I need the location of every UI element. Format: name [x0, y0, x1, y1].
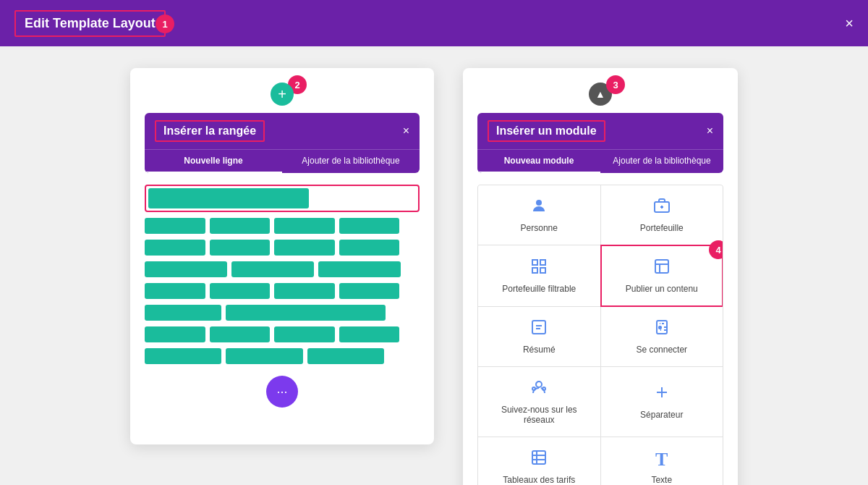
layout-block [145, 283, 205, 299]
svg-point-15 [542, 387, 545, 390]
publish-icon [653, 258, 671, 279]
layout-block [274, 283, 335, 299]
module-resume[interactable]: Résumé [478, 307, 600, 366]
module-grid-wrapper: Personne Portefeuille Portefeuille filtr… [477, 185, 723, 485]
badge-1: 1 [156, 14, 174, 33]
layout-block [145, 218, 205, 234]
layout-row-3[interactable] [145, 240, 420, 256]
insert-row-header: Insérer la rangée × [145, 113, 420, 149]
module-portefeuille-filtrable-label: Portefeuille filtrable [502, 284, 576, 294]
module-separateur[interactable]: Séparateur [601, 367, 723, 436]
more-options-button[interactable]: ··· [266, 376, 298, 408]
insert-row-title: Insérer la rangée [155, 120, 265, 142]
layout-block [145, 261, 227, 277]
module-personne[interactable]: Personne [478, 185, 600, 245]
layout-block [339, 218, 400, 234]
module-tableaux-tarifs-label: Tableaux des tarifs [503, 475, 575, 485]
tab-ajouter-bibliotheque-module[interactable]: Ajouter de la bibliothèque [600, 150, 723, 173]
layout-block [145, 348, 221, 364]
module-portefeuille[interactable]: Portefeuille [601, 185, 723, 245]
layout-row-4[interactable] [145, 261, 420, 277]
layout-block [210, 326, 271, 342]
layout-row-5[interactable] [145, 283, 420, 299]
layout-row-2[interactable] [145, 218, 420, 234]
svg-rect-19 [532, 451, 545, 464]
layout-block [210, 283, 271, 299]
text-icon: T [655, 449, 668, 471]
add-module-wrapper: 3 ▲ [477, 83, 723, 106]
layout-block [210, 218, 271, 234]
layout-block [231, 261, 314, 277]
module-separateur-label: Séparateur [640, 410, 683, 420]
insert-row-popup: Insérer la rangée × Nouvelle ligne Ajout… [145, 113, 420, 173]
insert-module-close-button[interactable]: × [707, 125, 713, 138]
layout-row-7[interactable] [145, 326, 420, 342]
main-content: 2 + Insérer la rangée × Nouvelle ligne A… [0, 46, 868, 485]
insert-row-close-button[interactable]: × [403, 125, 409, 138]
layout-row-8[interactable] [145, 348, 420, 364]
layout-row-1[interactable] [145, 185, 420, 212]
svg-rect-4 [532, 260, 537, 265]
layout-grid [145, 185, 420, 364]
layout-block [148, 188, 309, 208]
module-se-connecter-label: Se connecter [636, 345, 687, 355]
login-icon [653, 319, 671, 340]
insert-module-popup: Insérer un module × Nouveau module Ajout… [477, 113, 723, 173]
layout-block [307, 348, 384, 364]
svg-point-14 [536, 381, 542, 387]
layout-block [145, 326, 205, 342]
layout-block [339, 326, 400, 342]
svg-point-16 [532, 387, 535, 390]
add-row-button[interactable]: + [271, 83, 294, 106]
svg-rect-5 [540, 260, 545, 265]
insert-module-title: Insérer un module [488, 120, 605, 142]
module-personne-label: Personne [521, 223, 558, 233]
svg-rect-13 [659, 326, 661, 329]
insert-module-tabs: Nouveau module Ajouter de la bibliothèqu… [477, 149, 723, 173]
module-grid: Personne Portefeuille Portefeuille filtr… [477, 185, 723, 485]
module-texte[interactable]: T Texte [601, 437, 723, 485]
svg-rect-7 [540, 268, 545, 273]
person-icon [530, 197, 548, 219]
svg-rect-8 [655, 260, 668, 273]
layout-block [226, 348, 302, 364]
layout-block [339, 283, 400, 299]
insert-module-header: Insérer un module × [477, 113, 723, 149]
social-icon [530, 379, 548, 400]
layout-block [145, 305, 221, 321]
insert-row-tabs: Nouvelle ligne Ajouter de la bibliothèqu… [145, 149, 420, 173]
module-publier-contenu[interactable]: 4 Publier un contenu [600, 245, 724, 307]
module-se-connecter[interactable]: Se connecter [601, 307, 723, 366]
layout-block [226, 305, 385, 321]
tab-nouveau-module[interactable]: Nouveau module [477, 150, 600, 173]
module-suivez-nous-label: Suivez-nous sur les réseaux [485, 405, 593, 425]
portfolio-icon [653, 197, 671, 219]
module-publier-label: Publier un contenu [626, 284, 698, 294]
svg-rect-11 [532, 321, 545, 334]
layout-block [210, 240, 271, 256]
layout-block [274, 326, 335, 342]
close-button[interactable]: × [845, 15, 854, 32]
resume-icon [530, 319, 548, 340]
layout-row-6[interactable] [145, 305, 420, 321]
page-title: Edit Template Layout [14, 10, 166, 37]
layout-block [274, 218, 335, 234]
svg-point-0 [536, 200, 542, 206]
module-portefeuille-label: Portefeuille [640, 223, 684, 233]
module-resume-label: Résumé [523, 345, 556, 355]
top-bar: Edit Template Layout 1 × [0, 0, 868, 46]
layout-block [274, 240, 335, 256]
badge-3: 3 [606, 75, 625, 94]
module-suivez-nous[interactable]: Suivez-nous sur les réseaux [478, 367, 600, 436]
module-texte-label: Texte [651, 475, 672, 485]
left-panel: 2 + Insérer la rangée × Nouvelle ligne A… [130, 68, 434, 444]
pricing-icon [530, 449, 548, 471]
tab-ajouter-bibliotheque[interactable]: Ajouter de la bibliothèque [282, 150, 420, 173]
badge-4: 4 [709, 240, 723, 259]
svg-rect-6 [532, 268, 537, 273]
tab-nouvelle-ligne[interactable]: Nouvelle ligne [145, 150, 282, 173]
layout-block [339, 240, 400, 256]
module-tableaux-tarifs[interactable]: Tableaux des tarifs [478, 437, 600, 485]
module-portefeuille-filtrable[interactable]: Portefeuille filtrable [478, 245, 600, 306]
separator-icon [653, 384, 671, 405]
